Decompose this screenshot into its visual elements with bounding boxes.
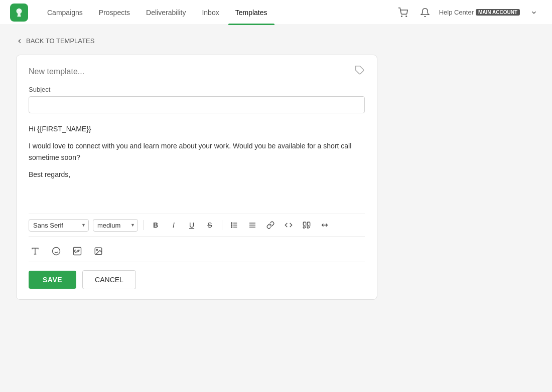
nav-inbox[interactable]: Inbox [195, 0, 226, 25]
nav-deliverability[interactable]: Deliverability [139, 0, 193, 25]
cart-icon-button[interactable] [395, 5, 411, 21]
svg-point-1 [405, 16, 406, 17]
quote-button[interactable] [300, 218, 314, 232]
page-content: BACK TO TEMPLATES Subject Hi {{FIRST_NAM… [0, 25, 391, 312]
svg-point-15 [53, 248, 60, 255]
cancel-button[interactable]: CANCEL [82, 270, 136, 289]
action-row: SAVE CANCEL [29, 270, 365, 289]
toolbar-separator-1 [143, 220, 144, 230]
subject-label: Subject [29, 86, 365, 93]
toolbar-separator-2 [222, 220, 222, 230]
tag-icon[interactable] [355, 65, 365, 78]
unordered-list-button[interactable] [227, 218, 241, 232]
navbar: Campaigns Prospects Deliverability Inbox… [0, 0, 552, 25]
template-card: Subject Hi {{FIRST_NAME}} I would love t… [16, 55, 377, 300]
back-arrow-icon [16, 38, 23, 45]
email-body[interactable]: Hi {{FIRST_NAME}} I would love to connec… [29, 123, 365, 204]
gif-button[interactable] [71, 245, 84, 258]
help-center-button[interactable]: Help Center MAIN ACCOUNT [439, 9, 520, 16]
strikethrough-button[interactable]: S [203, 218, 217, 232]
subject-input[interactable] [29, 96, 365, 113]
formatting-toolbar-row1: Sans Serif ▼ medium ▼ B I U S [29, 214, 365, 237]
account-dropdown-button[interactable] [526, 5, 542, 21]
underline-button[interactable]: U [185, 218, 199, 232]
body-sign-off: Best regards, [29, 169, 365, 180]
font-size-select[interactable]: medium [93, 219, 138, 232]
account-badge: MAIN ACCOUNT [476, 9, 520, 16]
body-message: I would love to connect with you and lea… [29, 140, 365, 163]
italic-button[interactable]: I [167, 218, 181, 232]
code-button[interactable] [282, 218, 296, 232]
variable-button[interactable] [318, 218, 332, 232]
app-logo[interactable] [10, 4, 28, 22]
formatting-toolbar-row2 [29, 241, 365, 262]
font-size-select-wrap: medium ▼ [93, 219, 138, 232]
back-link-label: BACK TO TEMPLATES [26, 37, 94, 45]
text-format-button[interactable] [29, 245, 42, 258]
font-family-select-wrap: Sans Serif ▼ [29, 219, 89, 232]
nav-links: Campaigns Prospects Deliverability Inbox… [40, 0, 274, 25]
emoji-button[interactable] [50, 245, 63, 258]
svg-point-6 [231, 223, 232, 224]
nav-campaigns[interactable]: Campaigns [40, 0, 90, 25]
navbar-right: Help Center MAIN ACCOUNT [395, 5, 542, 21]
nav-templates[interactable]: Templates [228, 0, 274, 25]
template-name-input[interactable] [29, 67, 355, 76]
svg-point-0 [401, 16, 402, 17]
link-button[interactable] [263, 218, 278, 232]
nav-prospects[interactable]: Prospects [92, 0, 137, 25]
body-greeting: Hi {{FIRST_NAME}} [29, 123, 365, 134]
image-button[interactable] [92, 245, 105, 258]
svg-point-7 [231, 225, 232, 226]
font-family-select[interactable]: Sans Serif [29, 219, 89, 232]
align-button[interactable] [245, 218, 259, 232]
svg-point-8 [231, 227, 232, 228]
template-name-row [29, 65, 365, 78]
help-center-label: Help Center [439, 9, 474, 16]
bold-button[interactable]: B [149, 218, 163, 232]
save-button[interactable]: SAVE [29, 271, 76, 289]
svg-point-21 [96, 249, 97, 250]
notification-bell-button[interactable] [417, 5, 433, 21]
back-to-templates-button[interactable]: BACK TO TEMPLATES [16, 37, 94, 45]
